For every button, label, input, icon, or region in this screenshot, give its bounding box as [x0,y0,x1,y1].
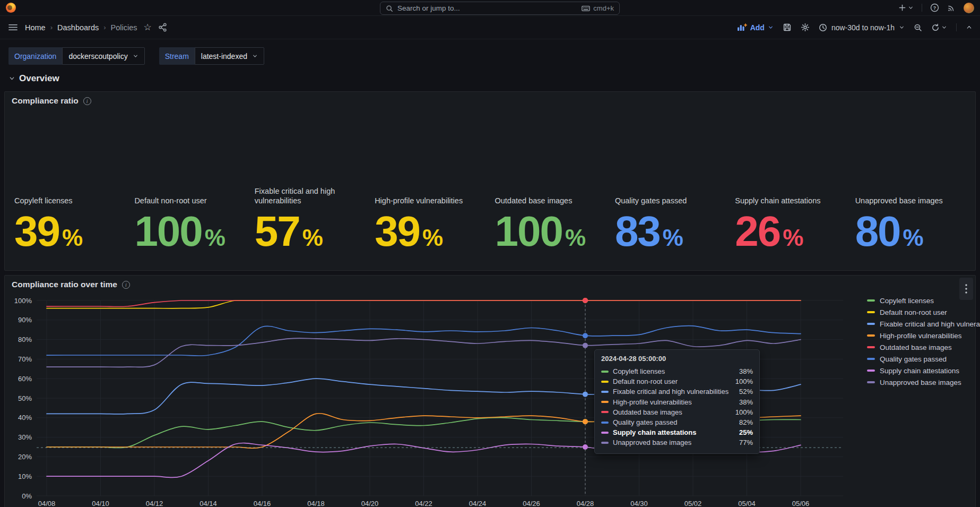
filter-organization-select[interactable]: dockerscoutpolicy [62,47,144,65]
stat-high-profile-vulnerabilities: High-profile vulnerabilities39% [375,186,495,250]
chevron-down-icon [908,5,914,11]
legend-item-outdated-base-images[interactable]: Outdated base images [867,341,980,353]
refresh-button[interactable] [931,23,947,32]
add-panel-button[interactable]: Add [737,23,774,32]
breadcrumb: Home › Dashboards › Policies [25,23,137,32]
time-range-label: now-30d to now-1h [831,23,895,32]
legend-swatch [867,299,875,302]
refresh-icon [931,23,940,32]
menu-toggle-button[interactable] [7,22,19,33]
search-shortcut: cmd+k [582,4,614,12]
x-axis-tick: 04/12 [146,500,163,507]
tooltip-row-default-non-root-user: Default non-root user100% [601,376,753,386]
legend-label: Unapproved base images [880,379,961,386]
zoom-out-time-button[interactable] [914,23,922,32]
tooltip-row-copyleft-licenses: Copyleft licenses38% [601,366,753,376]
clock-icon [819,23,827,32]
legend-item-supply-chain-attestations[interactable]: Supply chain attestations [867,365,980,376]
legend-label: High-profile vulnerabilities [880,332,962,340]
help-button[interactable]: ? [930,3,939,12]
stat-label: High-profile vulnerabilities [375,196,481,206]
chevron-down-icon [8,75,15,82]
stat-fixable-critical-and-high-vulnerabilities: Fixable critical and high vulnerabilitie… [255,186,375,250]
dashboard-variables: Organization dockerscoutpolicy Stream la… [8,47,972,65]
stat-unapproved-base-images: Unapproved base images80% [855,186,975,250]
legend-label: Supply chain attestations [880,367,959,375]
x-axis-tick: 04/22 [415,500,432,507]
legend-swatch [867,369,875,372]
stat-value: 26% [735,213,855,250]
stat-supply-chain-attestations: Supply chain attestations26% [735,186,855,250]
add-panel-icon [737,23,747,31]
stat-label: Supply chain attestations [735,196,841,206]
plus-icon [898,4,906,12]
stat-value: 83% [615,213,735,250]
filter-organization: Organization dockerscoutpolicy [8,47,145,65]
panel-compliance-ratio: Compliance ratio i Copyleft licenses39%D… [4,91,976,271]
stat-label: Default non-root user [134,196,240,206]
search-input[interactable]: Search or jump to... cmd+k [380,2,620,15]
stat-value: 57% [255,213,375,250]
tooltip-rows: Copyleft licenses38%Default non-root use… [601,366,753,448]
topbar-actions: ? [898,3,974,13]
chevron-down-icon [941,24,947,30]
legend-item-default-non-root-user[interactable]: Default non-root user [867,306,980,318]
y-axis-tick: 60% [18,375,32,383]
divider [922,4,922,12]
user-avatar[interactable] [964,3,974,13]
chevron-down-icon [899,24,905,30]
dashboard-settings-button[interactable] [801,23,810,32]
hover-point-fixable-critical-and-high-vulnerabilities [583,392,588,397]
keyboard-icon [582,5,590,12]
tooltip-row-outdated-base-images: Outdated base images100% [601,407,753,417]
stat-value: 39% [375,213,495,250]
time-range-picker[interactable]: now-30d to now-1h [819,23,905,32]
y-axis-tick: 100% [14,297,32,305]
chevron-down-icon [768,24,774,30]
legend-item-fixable-critical-and-high-vulnerabilities[interactable]: Fixable critical and high vulnerabilitie… [867,318,980,330]
top-bar: Search or jump to... cmd+k ? [0,0,980,16]
gear-icon [801,23,810,32]
compliance-over-time-chart[interactable]: 0%10%20%30%40%50%60%70%80%90%100%04/0804… [5,276,975,507]
legend-swatch [867,323,875,325]
favorite-star-icon[interactable]: ☆ [144,23,152,32]
share-button[interactable] [158,23,167,32]
chevron-down-icon [252,53,258,59]
breadcrumb-separator: › [50,23,53,31]
breadcrumb-dashboards[interactable]: Dashboards [57,23,99,32]
legend-swatch [867,346,875,348]
save-dashboard-button[interactable] [783,23,792,32]
tooltip-row-high-profile-vulnerabilities: High-profile vulnerabilities38% [601,397,753,407]
filter-stream-select[interactable]: latest-indexed [195,47,264,65]
legend-item-quality-gates-passed[interactable]: Quality gates passed [867,353,980,365]
stat-label: Fixable critical and high vulnerabilitie… [255,186,361,206]
y-axis-tick: 10% [18,472,32,480]
stat-value: 39% [14,213,134,250]
tooltip-row-unapproved-base-images: Unapproved base images77% [601,437,753,448]
stat-outdated-base-images: Outdated base images100% [495,186,615,250]
save-icon [783,23,792,32]
y-axis-tick: 40% [18,414,32,422]
x-axis-tick: 04/20 [361,500,379,507]
info-icon[interactable]: i [83,97,91,105]
panel-title[interactable]: Compliance ratio [12,96,79,106]
y-axis-tick: 90% [18,316,32,324]
legend-item-high-profile-vulnerabilities[interactable]: High-profile vulnerabilities [867,330,980,341]
legend-item-unapproved-base-images[interactable]: Unapproved base images [867,376,980,388]
row-overview[interactable]: Overview [8,72,972,84]
grafana-logo[interactable] [6,3,16,13]
breadcrumb-separator: › [103,23,106,31]
breadcrumb-home[interactable]: Home [25,23,46,32]
hover-point-outdated-base-images [583,298,588,303]
filter-stream-label: Stream [159,47,195,65]
new-button[interactable] [898,4,914,12]
collapse-toolbar-button[interactable] [966,24,973,31]
x-axis-tick: 04/26 [523,500,540,507]
x-axis-tick: 04/18 [307,500,325,507]
stat-value: 80% [855,213,975,250]
news-button[interactable] [947,4,956,12]
tooltip-row-supply-chain-attestations: Supply chain attestations25% [601,427,753,437]
hover-point-unapproved-base-images [583,343,588,348]
legend-item-copyleft-licenses[interactable]: Copyleft licenses [867,295,980,306]
search-icon [386,5,393,12]
